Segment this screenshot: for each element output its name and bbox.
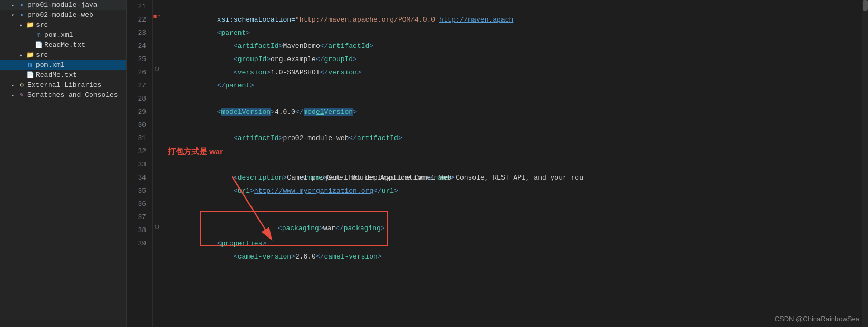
sidebar-label-src-root: src xyxy=(36,51,48,59)
lib-icon: ⚙ xyxy=(17,81,26,89)
code-line-39: <camel-version>2.6.0</camel-version> xyxy=(168,237,862,250)
sidebar-item-pro02[interactable]: ▪ pro02-module-web xyxy=(0,10,126,20)
module-icon: ▪ xyxy=(17,2,26,9)
sidebar-item-src-root[interactable]: 📁 src xyxy=(0,50,126,60)
chevron-icon xyxy=(17,22,25,28)
sidebar-label-pro02: pro02-module-web xyxy=(27,11,93,19)
xml-icon: m xyxy=(25,62,35,69)
sidebar-label-readme-web: ReadMe.txt xyxy=(44,41,85,49)
sidebar-item-src-web[interactable]: 📁 src xyxy=(0,20,126,30)
sidebar-item-readme-root[interactable]: 📄 ReadMe.txt xyxy=(0,70,126,80)
code-line-23: <artifactId>MavenDemo</artifactId> xyxy=(168,26,862,39)
code-line-33: <description>Camel project that deploys … xyxy=(168,158,862,171)
code-line-26: </parent> xyxy=(168,66,862,79)
sidebar-label-external-libs: External Libraries xyxy=(27,81,101,89)
sidebar-label-pro01: pro01-module-java xyxy=(27,1,98,9)
watermark: CSDN @ChinaRainbowSea xyxy=(775,315,860,323)
sidebar-item-external-libs[interactable]: ⚙ External Libraries xyxy=(0,80,126,90)
code-line-38: <properties> xyxy=(168,224,862,237)
sidebar-item-pro01[interactable]: ▪ pro01-module-java xyxy=(0,0,126,10)
chevron-icon xyxy=(8,2,17,8)
sidebar-item-pom-web[interactable]: m pom.xml xyxy=(0,30,126,40)
sidebar-label-pom-root: pom.xml xyxy=(36,61,65,69)
code-line-36: <packaging>war</packaging> xyxy=(168,197,862,211)
code-line-21: xsi:schemaLocation="http://maven.apache.… xyxy=(168,0,862,13)
gutter-fold-38: ⬡ xyxy=(155,224,159,230)
scratch-icon: ✎ xyxy=(17,91,26,99)
sidebar-label-pom-web: pom.xml xyxy=(44,31,73,39)
sidebar: ▪ pro01-module-java ▪ pro02-module-web 📁… xyxy=(0,0,127,327)
sidebar-item-readme-web[interactable]: 📄 ReadMe.txt xyxy=(0,40,126,50)
code-line-37 xyxy=(168,211,862,224)
gutter-bookmark-22: m↑ xyxy=(153,13,161,21)
chevron-icon xyxy=(8,92,17,98)
code-line-29 xyxy=(168,105,862,118)
sidebar-label-scratches: Scratches and Consoles xyxy=(27,91,118,99)
xml-icon: m xyxy=(34,32,43,39)
chevron-icon xyxy=(17,52,25,58)
code-line-25: <version>1.0-SNAPSHOT</version> xyxy=(168,53,862,66)
code-line-30: <artifactId>pro02-module-web</artifactId… xyxy=(168,118,862,132)
code-line-31 xyxy=(168,132,862,145)
code-line-28: <modelVersion>4.0.0</modelVersion> xyxy=(168,92,862,105)
scrollbar[interactable] xyxy=(862,0,868,327)
line-numbers: 21 22 23 24 25 26 27 28 29 30 31 32 33 3… xyxy=(127,0,153,327)
txt-icon: 📄 xyxy=(25,71,35,79)
code-line-24: <groupId>org.example</groupId> xyxy=(168,39,862,53)
editor-area: 21 22 23 24 25 26 27 28 29 30 31 32 33 3… xyxy=(127,0,868,327)
gutter-fold-26: ⬡ xyxy=(155,66,159,72)
gutter: m↑ ⬡ ⬡ xyxy=(153,0,163,327)
annotation-text: 打包方式是 war xyxy=(168,145,223,158)
code-line-32: 打包方式是 war <name>Camel Router Application… xyxy=(168,145,862,158)
code-container: 21 22 23 24 25 26 27 28 29 30 31 32 33 3… xyxy=(127,0,868,327)
txt-icon: 📄 xyxy=(34,41,43,49)
sidebar-label-src-web: src xyxy=(36,21,48,29)
code-lines[interactable]: xsi:schemaLocation="http://maven.apache.… xyxy=(163,0,862,327)
code-line-34: <url>http://www.myorganization.org</url> xyxy=(168,171,862,184)
chevron-icon xyxy=(8,12,17,18)
sidebar-label-readme-root: ReadMe.txt xyxy=(36,71,77,79)
folder-icon: 📁 xyxy=(25,51,35,59)
scroll-thumb[interactable] xyxy=(863,0,868,11)
code-line-35 xyxy=(168,184,862,197)
chevron-icon xyxy=(8,82,17,88)
module-icon: ▪ xyxy=(17,12,26,19)
folder-icon: 📁 xyxy=(25,21,35,29)
code-line-22: <parent> xyxy=(168,13,862,26)
sidebar-item-pom-root[interactable]: m pom.xml xyxy=(0,60,126,70)
sidebar-item-scratches[interactable]: ✎ Scratches and Consoles xyxy=(0,90,126,100)
code-line-27 xyxy=(168,79,862,92)
